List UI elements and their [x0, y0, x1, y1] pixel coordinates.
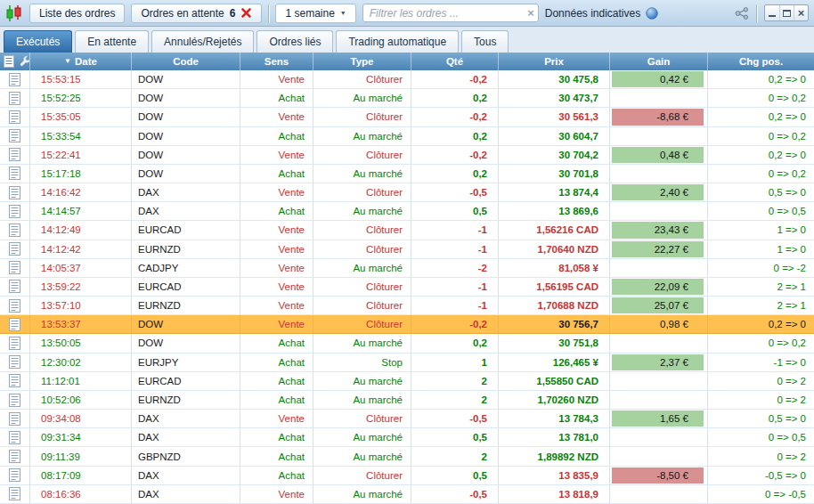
table-row[interactable]: 14:12:42 EURNZD Vente Clôturer -1 1,7064… — [0, 240, 814, 259]
order-details-icon[interactable] — [9, 148, 20, 161]
cell-position-change: 1 => 0 — [708, 221, 814, 239]
info-bubble-icon[interactable] — [646, 7, 658, 20]
order-details-icon[interactable] — [9, 355, 20, 369]
tab-executes[interactable]: Exécutés — [4, 30, 72, 53]
order-details-icon[interactable] — [9, 110, 20, 124]
table-row[interactable]: 12:30:02 EURJPY Achat Stop 1 126,465 ¥ 2… — [0, 354, 814, 372]
cell-qty: 0,2 — [411, 165, 499, 183]
order-details-icon[interactable] — [9, 337, 20, 350]
column-header-gain[interactable]: Gain — [610, 53, 708, 70]
maximize-button[interactable] — [779, 5, 794, 20]
cell-type: Au marché — [313, 391, 411, 409]
column-header-chg[interactable]: Chg pos. — [708, 53, 814, 70]
cell-qty: 2 — [411, 391, 499, 409]
order-details-icon[interactable] — [9, 280, 20, 293]
order-details-icon[interactable] — [9, 92, 20, 105]
order-details-icon[interactable] — [9, 224, 20, 237]
column-header-type[interactable]: Type — [313, 53, 411, 70]
tab-trading-automatique[interactable]: Trading automatique — [336, 30, 459, 53]
cell-position-change: 0 => 0,2 — [708, 89, 814, 107]
list-orders-button[interactable]: Liste des ordres — [29, 4, 125, 23]
gain-value — [612, 373, 704, 389]
cell-position-change: 0,2 => 0 — [708, 315, 814, 333]
wrench-icon[interactable] — [19, 55, 30, 68]
indicative-data-label: Données indicatives — [545, 7, 640, 20]
tab-annules-rejetes[interactable]: Annulés/Rejetés — [151, 30, 254, 53]
cell-sens: Vente — [240, 146, 313, 164]
table-row[interactable]: 13:53:37 DOW Vente Clôturer -0,2 30 756,… — [0, 315, 814, 334]
close-pending-tab-icon[interactable] — [240, 7, 252, 19]
minimize-button[interactable] — [765, 5, 779, 20]
order-details-icon[interactable] — [9, 450, 20, 463]
tab-tous[interactable]: Tous — [461, 30, 509, 53]
order-details-icon[interactable] — [9, 167, 20, 180]
table-row[interactable]: 15:22:41 DOW Vente Clôturer -0,2 30 704,… — [0, 146, 814, 165]
order-details-icon[interactable] — [9, 374, 20, 387]
order-details-icon[interactable] — [9, 412, 20, 426]
table-row[interactable]: 09:11:39 GBPNZD Achat Au marché 2 1,8989… — [0, 447, 814, 466]
cell-row-icon — [0, 447, 30, 465]
table-row[interactable]: 13:50:05 DOW Achat Au marché 0,2 30 751,… — [0, 334, 814, 353]
column-header-price[interactable]: Prix — [499, 53, 610, 70]
order-details-icon[interactable] — [9, 431, 20, 444]
period-dropdown[interactable]: 1 semaine ▼ — [275, 4, 355, 23]
table-row[interactable]: 15:52:25 DOW Achat Au marché 0,2 30 473,… — [0, 89, 814, 108]
indicative-data: Données indicatives — [545, 7, 658, 20]
order-details-icon[interactable] — [9, 129, 20, 142]
column-header-qty[interactable]: Qté — [411, 53, 499, 70]
pending-orders-button[interactable]: Ordres en attente 6 — [131, 4, 262, 23]
cell-code: EURJPY — [132, 354, 240, 371]
filter-input[interactable] — [362, 4, 539, 22]
order-details-icon[interactable] — [9, 242, 20, 256]
cell-code: EURNZD — [132, 297, 240, 314]
table-row[interactable]: 09:31:34 DAX Achat Au marché 0,5 13 781,… — [0, 428, 814, 447]
table-row[interactable]: 14:12:49 EURCAD Vente Clôturer -1 1,5621… — [0, 221, 814, 240]
cell-row-icon — [0, 70, 30, 88]
table-row[interactable]: 14:14:57 DAX Achat Au marché 0,5 13 869,… — [0, 202, 814, 221]
table-row[interactable]: 13:59:22 EURCAD Vente Clôturer -1 1,5619… — [0, 278, 814, 297]
cell-qty: -1 — [411, 240, 499, 258]
document-icon[interactable] — [4, 55, 14, 68]
order-details-icon[interactable] — [9, 299, 20, 313]
cell-sens: Vente — [240, 278, 313, 296]
table-row[interactable]: 15:35:05 DOW Vente Clôturer -0,2 30 561,… — [0, 108, 814, 126]
order-details-icon[interactable] — [9, 468, 20, 482]
column-header-code[interactable]: Code — [132, 53, 240, 70]
order-details-icon[interactable] — [9, 186, 20, 199]
table-row[interactable]: 13:57:10 EURNZD Vente Clôturer -1 1,7068… — [0, 297, 814, 315]
table-row[interactable]: 08:17:09 DAX Achat Clôturer 0,5 13 835,9… — [0, 467, 814, 485]
table-row[interactable]: 11:12:01 EURCAD Achat Au marché 2 1,5585… — [0, 372, 814, 391]
column-label: Code — [173, 56, 199, 67]
column-header-sens[interactable]: Sens — [240, 53, 313, 70]
table-row[interactable]: 15:53:15 DOW Vente Clôturer -0,2 30 475,… — [0, 70, 814, 89]
cell-type: Clôturer — [313, 410, 411, 427]
table-row[interactable]: 15:17:18 DOW Achat Au marché 0,2 30 701,… — [0, 165, 814, 183]
table-row[interactable]: 14:16:42 DAX Vente Clôturer -0,5 13 874,… — [0, 183, 814, 202]
close-button[interactable]: × — [794, 5, 808, 20]
table-row[interactable]: 14:05:37 CADJPY Vente Au marché -2 81,05… — [0, 259, 814, 278]
order-details-icon[interactable] — [9, 394, 20, 407]
cell-position-change: 0 => 0,2 — [708, 127, 814, 145]
tab-en-attente[interactable]: En attente — [75, 30, 149, 53]
table-row[interactable]: 08:16:36 DAX Vente Au marché -0,5 13 818… — [0, 485, 814, 504]
table-row[interactable]: 15:33:54 DOW Achat Au marché 0,2 30 604,… — [0, 127, 814, 146]
order-details-icon[interactable] — [9, 487, 20, 500]
tab-ordres-lies[interactable]: Ordres liés — [256, 30, 333, 53]
order-details-icon[interactable] — [9, 205, 20, 218]
order-details-icon[interactable] — [9, 261, 20, 274]
order-details-icon[interactable] — [9, 318, 20, 331]
gain-value — [612, 203, 704, 219]
share-icon[interactable] — [735, 7, 749, 20]
cell-date: 13:50:05 — [30, 334, 132, 352]
clear-filter-icon[interactable]: × — [527, 7, 534, 19]
table-row[interactable]: 09:34:08 DAX Vente Clôturer -0,5 13 784,… — [0, 410, 814, 428]
cell-gain — [610, 447, 708, 465]
cell-type: Clôturer — [313, 240, 411, 258]
cell-code: DOW — [132, 127, 240, 145]
order-details-icon[interactable] — [9, 73, 20, 86]
cell-gain — [610, 334, 708, 352]
column-header-date[interactable]: ▼Date — [30, 53, 132, 70]
cell-code: DAX — [132, 485, 240, 503]
cell-sens: Achat — [240, 391, 313, 409]
table-row[interactable]: 10:52:06 EURNZD Achat Au marché 2 1,7026… — [0, 391, 814, 410]
